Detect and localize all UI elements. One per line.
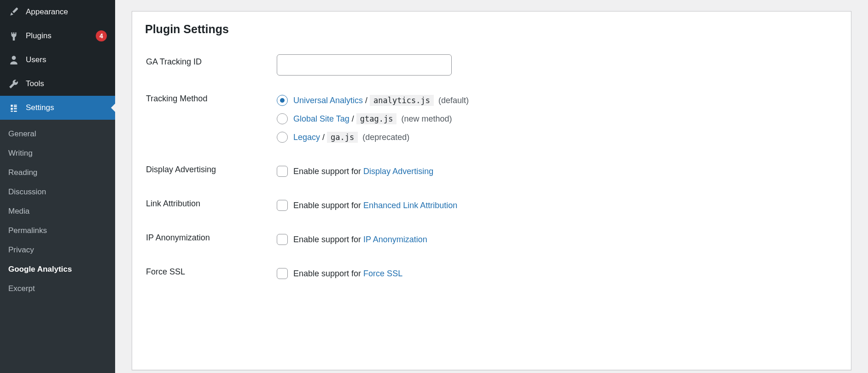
link-attribution-link[interactable]: Enhanced Link Attribution	[363, 201, 457, 210]
settings-submenu: General Writing Reading Discussion Media…	[0, 120, 115, 373]
checkbox-prefix: Enable support for	[293, 201, 363, 210]
sidebar-item-plugins[interactable]: Plugins 4	[0, 24, 115, 48]
field-label-force-ssl: Force SSL	[133, 251, 276, 285]
sidebar-item-label: Users	[26, 55, 107, 64]
field-label-display-advertising: Display Advertising	[133, 149, 276, 182]
plugins-icon	[8, 30, 19, 41]
tracking-method-code: gtag.js	[356, 113, 397, 124]
panel-heading: Plugin Settings	[132, 23, 851, 41]
checkbox-prefix: Enable support for	[293, 235, 363, 244]
tracking-method-radio-universal[interactable]	[277, 95, 288, 106]
submenu-item-media[interactable]: Media	[0, 202, 115, 221]
submenu-item-google-analytics[interactable]: Google Analytics	[0, 260, 115, 279]
tracking-method-note: (deprecated)	[362, 133, 409, 142]
tracking-method-code: ga.js	[327, 132, 358, 143]
plugin-settings-panel: Plugin Settings GA Tracking ID Tracking …	[132, 11, 851, 370]
appearance-icon	[8, 6, 19, 17]
field-label-ga-id: GA Tracking ID	[133, 41, 276, 77]
submenu-item-general[interactable]: General	[0, 124, 115, 144]
submenu-item-writing[interactable]: Writing	[0, 144, 115, 163]
sidebar-item-settings[interactable]: Settings	[0, 96, 115, 120]
main-content: Plugin Settings GA Tracking ID Tracking …	[115, 0, 868, 373]
display-advertising-option[interactable]: Enable support for Display Advertising	[277, 162, 837, 181]
link-attribution-checkbox[interactable]	[277, 200, 288, 211]
tracking-method-note: (new method)	[401, 114, 452, 123]
field-label-tracking-method: Tracking Method	[133, 78, 276, 148]
ip-anonymization-link[interactable]: IP Anonymization	[363, 235, 427, 244]
link-attribution-option[interactable]: Enable support for Enhanced Link Attribu…	[277, 196, 837, 215]
submenu-item-discussion[interactable]: Discussion	[0, 182, 115, 202]
tracking-method-note: (default)	[438, 96, 469, 105]
tracking-method-code: analytics.js	[370, 95, 434, 106]
tracking-method-link[interactable]: Universal Analytics	[293, 96, 363, 105]
settings-form: GA Tracking ID Tracking Method Universal…	[132, 41, 851, 286]
force-ssl-link[interactable]: Force SSL	[363, 269, 402, 278]
admin-sidebar: Appearance Plugins 4 Users Tools	[0, 0, 115, 373]
tracking-method-radio-legacy[interactable]	[277, 132, 288, 143]
tracking-method-option-universal[interactable]: Universal Analytics / analytics.js (defa…	[277, 91, 837, 110]
checkbox-prefix: Enable support for	[293, 269, 363, 278]
tools-icon	[8, 78, 19, 89]
field-label-link-attribution: Link Attribution	[133, 183, 276, 216]
tracking-method-link[interactable]: Global Site Tag	[293, 114, 350, 123]
display-advertising-checkbox[interactable]	[277, 166, 288, 177]
sidebar-item-users[interactable]: Users	[0, 48, 115, 72]
tracking-method-link[interactable]: Legacy	[293, 133, 320, 142]
submenu-item-privacy[interactable]: Privacy	[0, 240, 115, 260]
tracking-method-option-legacy[interactable]: Legacy / ga.js (deprecated)	[277, 128, 837, 146]
settings-icon	[8, 102, 19, 113]
submenu-item-excerpt[interactable]: Excerpt	[0, 279, 115, 298]
ip-anonymization-option[interactable]: Enable support for IP Anonymization	[277, 230, 837, 249]
submenu-item-permalinks[interactable]: Permalinks	[0, 221, 115, 240]
sidebar-item-label: Tools	[26, 79, 107, 88]
sidebar-item-tools[interactable]: Tools	[0, 72, 115, 96]
sidebar-item-appearance[interactable]: Appearance	[0, 0, 115, 24]
tracking-method-radio-gtag[interactable]	[277, 113, 288, 124]
sidebar-item-label: Appearance	[26, 7, 107, 17]
force-ssl-option[interactable]: Enable support for Force SSL	[277, 264, 837, 283]
sidebar-item-label: Plugins	[26, 31, 87, 41]
ga-tracking-id-input[interactable]	[277, 54, 452, 76]
display-advertising-link[interactable]: Display Advertising	[363, 167, 433, 176]
users-icon	[8, 54, 19, 65]
checkbox-prefix: Enable support for	[293, 167, 363, 176]
field-label-ip-anonymization: IP Anonymization	[133, 217, 276, 251]
sidebar-item-label: Settings	[26, 103, 107, 112]
force-ssl-checkbox[interactable]	[277, 268, 288, 279]
tracking-method-option-gtag[interactable]: Global Site Tag / gtag.js (new method)	[277, 110, 837, 128]
plugins-update-badge: 4	[96, 30, 107, 41]
sidebar-main-menu: Appearance Plugins 4 Users Tools	[0, 0, 115, 120]
submenu-item-reading[interactable]: Reading	[0, 163, 115, 182]
ip-anonymization-checkbox[interactable]	[277, 234, 288, 245]
